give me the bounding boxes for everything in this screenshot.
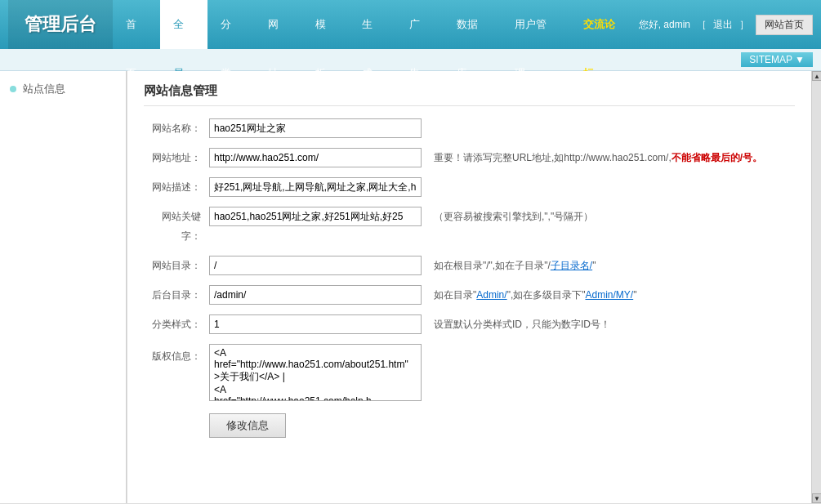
control-catestyle xyxy=(209,314,422,334)
label-sitedesc: 网站描述： xyxy=(144,177,209,197)
label-admindir: 后台目录： xyxy=(144,285,209,305)
bracket-open: ［ xyxy=(697,18,707,32)
label-siteurl: 网站地址： xyxy=(144,148,209,167)
form-row-copyright: 版权信息： <A href="http://www.hao251.com/abo… xyxy=(144,344,795,404)
sidebar-item-site-info[interactable]: 站点信息 xyxy=(0,75,126,103)
control-admindir xyxy=(209,285,422,305)
form-row-submit: 修改信息 xyxy=(144,413,795,438)
content-area: 网站信息管理 网站名称： 网站地址： 重要！请添写 xyxy=(127,71,811,503)
control-keywords xyxy=(209,207,422,226)
control-sitedir xyxy=(209,256,422,275)
input-catestyle[interactable] xyxy=(209,314,422,334)
nav-forum[interactable]: 交流论坛 xyxy=(570,0,639,49)
user-greeting: 您好, admin xyxy=(639,18,690,32)
form-row-siteurl: 网站地址： 重要！请添写完整URL地址,如http://www.hao251.c… xyxy=(144,148,795,167)
label-keywords: 网站关键字： xyxy=(144,207,209,246)
main-content: 网站信息管理 网站名称： 网站地址： 重要！请添写 xyxy=(127,71,811,503)
nav-ads[interactable]: 广告 xyxy=(396,0,444,49)
nav-global[interactable]: 全局 xyxy=(160,0,207,49)
sidebar: 站点信息 xyxy=(0,71,127,503)
form-row-admindir: 后台目录： 如在目录"Admin/",如在多级目录下"Admin/MY/" xyxy=(144,285,795,305)
hint-sitedir-path: 子目录名/ xyxy=(551,260,592,271)
logout-link[interactable]: 退出 xyxy=(713,18,733,32)
label-copyright: 版权信息： xyxy=(144,344,209,366)
sidebar-item-label: 站点信息 xyxy=(23,82,65,96)
hint-sitedir-suffix: " xyxy=(592,260,596,271)
hint-admindir: 如在目录"Admin/",如在多级目录下"Admin/MY/" xyxy=(434,285,795,305)
layout: 站点信息 网站信息管理 网站名称： 网站地址： xyxy=(0,71,821,503)
hint-admindir-path2: Admin/MY/ xyxy=(585,289,633,301)
header-right: 您好, admin ［ 退出 ］ 网站首页 xyxy=(639,15,813,35)
input-admindir[interactable] xyxy=(209,285,422,305)
control-sitedesc xyxy=(209,177,422,197)
input-siteurl[interactable] xyxy=(209,148,422,167)
form-row-sitedesc: 网站描述： xyxy=(144,177,795,197)
input-keywords[interactable] xyxy=(209,207,422,226)
site-home-button[interactable]: 网站首页 xyxy=(756,15,813,35)
form-row-catestyle: 分类样式： 设置默认分类样式ID，只能为数字ID号！ xyxy=(144,314,795,334)
control-siteurl xyxy=(209,148,422,167)
form-row-keywords: 网站关键字： （更容易被搜索引擎找到,","号隔开） xyxy=(144,207,795,246)
hint-keywords: （更容易被搜索引擎找到,","号隔开） xyxy=(434,207,795,226)
hint-sitedir-prefix: 如在根目录"/",如在子目录"/ xyxy=(434,260,551,271)
control-copyright: <A href="http://www.hao251.com/about251.… xyxy=(209,344,422,404)
form-row-sitename: 网站名称： xyxy=(144,118,795,138)
site-title: 管理后台 xyxy=(8,0,113,49)
hint-siteurl-warning: 不能省略最后的/号。 xyxy=(672,152,762,163)
dot-icon xyxy=(10,86,16,92)
hint-siteurl-prefix: 重要！请添写完整URL地址,如http://www.hao251.com/, xyxy=(434,152,672,163)
header: 管理后台 首页 全局 分类 网址 模板 生成 广告 数据库 用户管理 交流论坛 … xyxy=(0,0,821,49)
control-submit: 修改信息 xyxy=(209,413,286,438)
nav-generate[interactable]: 生成 xyxy=(349,0,396,49)
hint-catestyle: 设置默认分类样式ID，只能为数字ID号！ xyxy=(434,314,795,334)
hint-siteurl: 重要！请添写完整URL地址,如http://www.hao251.com/,不能… xyxy=(434,148,795,167)
nav-user-mgmt[interactable]: 用户管理 xyxy=(502,0,570,49)
hint-admindir-path1: Admin/ xyxy=(476,289,506,301)
input-sitedesc[interactable] xyxy=(209,177,422,197)
scroll-up-arrow[interactable]: ▲ xyxy=(812,71,821,81)
form-row-sitedir: 网站目录： 如在根目录"/",如在子目录"/子目录名/" xyxy=(144,256,795,275)
site-info-form: 网站名称： 网站地址： 重要！请添写完整URL地址,如http://www.ha… xyxy=(144,118,795,438)
hint-sitedir: 如在根目录"/",如在子目录"/子目录名/" xyxy=(434,256,795,275)
label-sitename: 网站名称： xyxy=(144,118,209,138)
label-sitedir: 网站目录： xyxy=(144,256,209,275)
scroll-down-arrow[interactable]: ▼ xyxy=(812,493,821,503)
input-sitename[interactable] xyxy=(209,118,422,138)
label-catestyle: 分类样式： xyxy=(144,314,209,334)
nav-home[interactable]: 首页 xyxy=(113,0,160,49)
scroll-thumb[interactable] xyxy=(812,81,821,493)
main-scrollbar[interactable]: ▲ ▼ xyxy=(811,71,821,503)
textarea-copyright[interactable]: <A href="http://www.hao251.com/about251.… xyxy=(209,344,422,401)
nav-category[interactable]: 分类 xyxy=(207,0,255,49)
nav-database[interactable]: 数据库 xyxy=(444,0,502,49)
sitemap-button[interactable]: SITEMAP ▼ xyxy=(741,52,813,67)
main-nav: 首页 全局 分类 网址 模板 生成 广告 数据库 用户管理 交流论坛 xyxy=(113,0,639,49)
input-sitedir[interactable] xyxy=(209,256,422,275)
control-sitename xyxy=(209,118,422,138)
page-title: 网站信息管理 xyxy=(144,83,795,106)
nav-sites[interactable]: 网址 xyxy=(255,0,302,49)
nav-template[interactable]: 模板 xyxy=(302,0,350,49)
submit-button[interactable]: 修改信息 xyxy=(209,413,286,438)
bracket-close: ］ xyxy=(739,18,749,32)
